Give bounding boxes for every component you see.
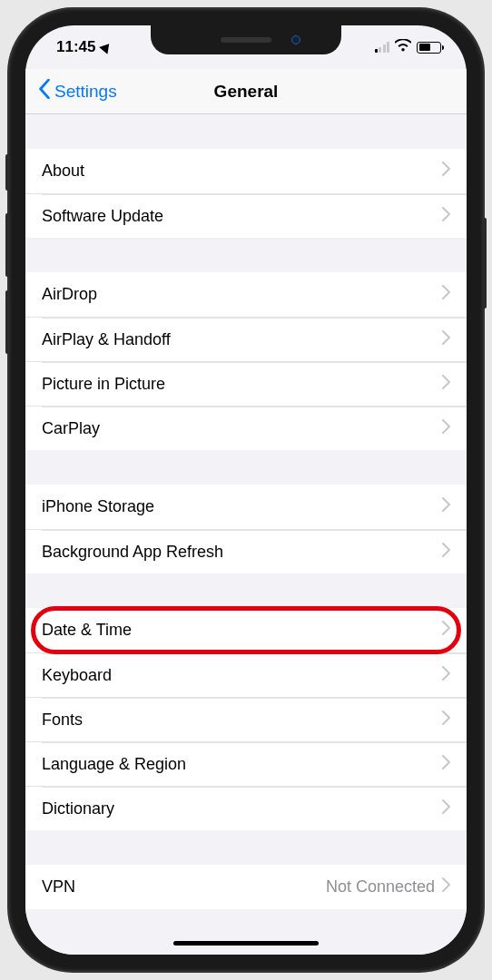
row-label: VPN (42, 877, 326, 897)
chevron-left-icon (38, 79, 51, 103)
power-button (482, 218, 487, 309)
row-dictionary[interactable]: Dictionary (25, 786, 467, 830)
row-label: AirDrop (42, 285, 442, 304)
chevron-right-icon (442, 877, 450, 897)
chevron-right-icon (442, 375, 450, 394)
row-background-app-refresh[interactable]: Background App Refresh (25, 529, 467, 573)
row-label: Background App Refresh (42, 543, 442, 562)
row-detail: Not Connected (326, 877, 435, 897)
chevron-right-icon (442, 330, 450, 349)
chevron-right-icon (442, 621, 450, 640)
chevron-right-icon (442, 285, 450, 304)
chevron-right-icon (442, 207, 450, 226)
chevron-right-icon (442, 755, 450, 774)
row-keyboard[interactable]: Keyboard (25, 652, 467, 697)
settings-group: AboutSoftware Update (25, 149, 467, 238)
row-picture-in-picture[interactable]: Picture in Picture (25, 361, 467, 406)
wifi-icon (395, 38, 411, 56)
row-carplay[interactable]: CarPlay (25, 406, 467, 450)
chevron-right-icon (442, 162, 450, 181)
front-camera (291, 35, 300, 44)
speaker-grille (221, 37, 271, 43)
location-icon (100, 40, 114, 54)
nav-header: Settings General (25, 69, 467, 114)
row-airplay-handoff[interactable]: AirPlay & Handoff (25, 317, 467, 361)
page-title: General (214, 82, 279, 102)
chevron-right-icon (442, 710, 450, 730)
row-label: AirPlay & Handoff (42, 330, 442, 349)
row-about[interactable]: About (25, 149, 467, 193)
row-label: Dictionary (42, 799, 442, 818)
chevron-right-icon (442, 543, 450, 562)
phone-frame: 11:45 Settings General Ab (9, 9, 483, 971)
settings-group: VPNNot Connected (25, 865, 467, 909)
settings-group: AirDropAirPlay & HandoffPicture in Pictu… (25, 272, 467, 450)
cellular-signal-icon (375, 42, 390, 53)
chevron-right-icon (442, 497, 450, 516)
chevron-right-icon (442, 419, 450, 438)
row-airdrop[interactable]: AirDrop (25, 272, 467, 317)
row-label: CarPlay (42, 419, 442, 438)
home-indicator[interactable] (173, 941, 319, 946)
status-time: 11:45 (56, 38, 95, 56)
back-button[interactable]: Settings (38, 79, 117, 103)
screen: 11:45 Settings General Ab (25, 25, 467, 955)
chevron-right-icon (442, 666, 450, 685)
mute-switch (5, 154, 10, 191)
settings-group: iPhone StorageBackground App Refresh (25, 485, 467, 573)
row-label: Picture in Picture (42, 375, 442, 394)
row-fonts[interactable]: Fonts (25, 697, 467, 741)
notch (151, 25, 341, 54)
chevron-right-icon (442, 799, 450, 818)
row-label: About (42, 162, 442, 181)
row-label: Date & Time (42, 621, 442, 640)
battery-icon (417, 42, 441, 54)
row-label: Language & Region (42, 755, 442, 774)
row-iphone-storage[interactable]: iPhone Storage (25, 485, 467, 529)
volume-up-button (5, 213, 10, 277)
row-date-time[interactable]: Date & Time (25, 608, 467, 652)
row-label: Fonts (42, 710, 442, 730)
row-label: Keyboard (42, 666, 442, 685)
row-label: iPhone Storage (42, 497, 442, 516)
settings-group: Date & TimeKeyboardFontsLanguage & Regio… (25, 608, 467, 830)
row-label: Software Update (42, 207, 442, 226)
settings-list[interactable]: AboutSoftware UpdateAirDropAirPlay & Han… (25, 114, 467, 955)
row-language-region[interactable]: Language & Region (25, 741, 467, 786)
back-label: Settings (54, 82, 117, 102)
row-vpn[interactable]: VPNNot Connected (25, 865, 467, 909)
row-software-update[interactable]: Software Update (25, 193, 467, 238)
volume-down-button (5, 290, 10, 354)
